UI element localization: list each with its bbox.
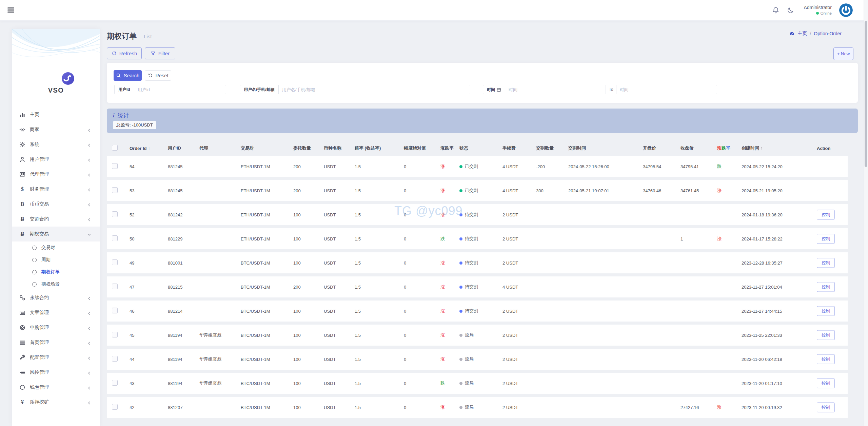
cell-settle-time: 2024-05-22 15:26:00 xyxy=(568,164,609,169)
sidebar-subitem-1[interactable]: 周期 xyxy=(12,254,100,266)
bullet-circle-icon xyxy=(32,258,37,262)
sidebar-item-11[interactable]: 申购管理 xyxy=(12,320,100,335)
sidebar-item-16[interactable]: ¥ 质押挖矿 xyxy=(12,395,100,410)
header-created[interactable]: 创建时间↑ xyxy=(742,145,763,151)
row-checkbox[interactable] xyxy=(112,163,118,169)
row-checkbox[interactable] xyxy=(112,356,118,362)
sidebar-item-10[interactable]: 文章管理 xyxy=(12,305,100,320)
control-button[interactable]: 控制 xyxy=(817,403,835,412)
breadcrumb-home[interactable]: 主页 xyxy=(797,31,807,37)
table-row-53: 53881245ETH/USDT-1M200USDT1.50涨已交割4 USDT… xyxy=(107,180,848,201)
row-checkbox[interactable] xyxy=(112,235,118,241)
cell-odds: 1.5 xyxy=(355,405,361,410)
refresh-button[interactable]: Refresh xyxy=(107,47,142,59)
cell-fee: 2 USDT xyxy=(502,236,518,241)
sidebar-item-6[interactable]: B 币币交易 xyxy=(12,197,100,212)
sidebar-subitem-label: 期权场景 xyxy=(41,281,60,287)
cell-action: 控制 xyxy=(817,354,835,364)
sidebar-item-7[interactable]: Ƀ 交割合约 xyxy=(12,212,100,227)
user-name-field: 用户名/手机/邮箱 xyxy=(240,85,470,94)
sidebar-item-14[interactable]: 风控管理 xyxy=(12,365,100,380)
row-checkbox[interactable] xyxy=(112,404,118,410)
sidebar-item-5[interactable]: $ 财务管理 xyxy=(12,182,100,197)
dark-mode-moon-icon[interactable] xyxy=(787,6,794,14)
sidebar-item-4[interactable]: 代理管理 xyxy=(12,167,100,182)
cell-created: 2024-05-22 15:24:20 xyxy=(742,164,783,169)
user-id-input[interactable] xyxy=(134,85,226,94)
user-name-input[interactable] xyxy=(279,85,470,94)
select-all-checkbox[interactable] xyxy=(112,145,118,151)
sidebar-item-label: 财务管理 xyxy=(30,186,49,192)
filter-button[interactable]: Filter xyxy=(145,47,175,59)
chevron-left-icon xyxy=(87,341,91,345)
header-order-id[interactable]: Order Id↑ xyxy=(130,146,150,151)
chevron-left-icon xyxy=(87,172,91,176)
sidebar-item-12[interactable]: 首页管理 xyxy=(12,335,100,350)
control-button[interactable]: 控制 xyxy=(817,379,835,388)
sidebar-item-13[interactable]: 配置管理 xyxy=(12,350,100,365)
time-to-input[interactable] xyxy=(616,85,717,94)
cell-result: 涨 xyxy=(717,236,722,242)
new-button[interactable]: + New xyxy=(833,47,853,60)
table-row-44: 44881194华昇组丧彪BTC/USDT-1M100USDT1.50涨流局2 … xyxy=(107,349,848,370)
cell-direction: 跌 xyxy=(440,380,445,386)
sidebar-wave-decoration xyxy=(12,29,100,71)
control-button[interactable]: 控制 xyxy=(817,354,835,364)
chevron-left-icon xyxy=(87,217,91,221)
cell-action: 控制 xyxy=(817,379,835,388)
sidebar-item-0[interactable]: 主页 xyxy=(12,107,100,122)
control-button[interactable]: 控制 xyxy=(817,330,835,340)
control-button[interactable]: 控制 xyxy=(817,210,835,220)
status-dot xyxy=(459,286,462,289)
notifications-bell-icon[interactable] xyxy=(772,6,780,14)
row-checkbox[interactable] xyxy=(112,332,118,337)
cell-amount: 200 xyxy=(293,285,301,290)
sidebar-item-8[interactable]: Ƀ 期权交易 xyxy=(12,227,100,241)
sidebar-subitem-label: 周期 xyxy=(41,257,51,263)
sidebar-subitem-2[interactable]: 期权订单 xyxy=(12,266,100,278)
cell-fee: 2 USDT xyxy=(502,333,518,338)
row-checkbox[interactable] xyxy=(112,308,118,313)
row-checkbox[interactable] xyxy=(112,380,118,386)
search-button[interactable]: Search xyxy=(114,70,142,81)
page: Administrator Online xyxy=(0,0,868,426)
page-scrollbar[interactable] xyxy=(864,0,868,426)
cell-amount: 100 xyxy=(293,381,301,386)
row-checkbox[interactable] xyxy=(112,211,118,217)
control-button[interactable]: 控制 xyxy=(817,282,835,292)
user-info[interactable]: Administrator Online xyxy=(804,5,832,16)
cell-checkbox xyxy=(112,332,118,338)
sidebar-toggle-icon[interactable] xyxy=(7,7,14,13)
user-id-field: 用户Id xyxy=(114,85,226,94)
breadcrumb-current[interactable]: Option-Order xyxy=(814,31,842,36)
control-button[interactable]: 控制 xyxy=(817,306,835,316)
sidebar-item-3[interactable]: 用户管理 xyxy=(12,152,100,167)
gear-icon xyxy=(19,141,25,148)
control-button[interactable]: 控制 xyxy=(817,258,835,268)
cell-close-price: 1 xyxy=(680,236,683,241)
scrollbar-thumb[interactable] xyxy=(865,21,867,167)
cell-status: 待交割 xyxy=(459,284,478,290)
row-checkbox[interactable] xyxy=(112,284,118,289)
chevron-left-icon xyxy=(87,311,91,315)
sidebar-subitem-3[interactable]: 期权场景 xyxy=(12,278,100,290)
reset-button[interactable]: Reset xyxy=(145,70,171,81)
sidebar-item-2[interactable]: 系统 xyxy=(12,137,100,152)
cell-amplitude: 0 xyxy=(404,188,406,193)
sidebar-item-9[interactable]: 永续合约 xyxy=(12,290,100,305)
cell-odds: 1.5 xyxy=(355,260,361,266)
control-button[interactable]: 控制 xyxy=(817,234,835,244)
cell-coin: USDT xyxy=(324,381,336,386)
row-checkbox[interactable] xyxy=(112,259,118,265)
header-pair: 交易对 xyxy=(241,145,254,151)
sidebar-item-1[interactable]: 商家 xyxy=(12,122,100,137)
sidebar-subitem-0[interactable]: 交易对 xyxy=(12,241,100,254)
user-avatar[interactable] xyxy=(839,3,853,17)
row-checkbox[interactable] xyxy=(112,187,118,193)
menu-lines-icon xyxy=(19,340,25,346)
bitcoin-icon: Ƀ xyxy=(19,216,25,222)
status-dot xyxy=(459,189,462,192)
sidebar-item-label: 首页管理 xyxy=(30,340,49,346)
time-from-input[interactable] xyxy=(505,85,606,94)
sidebar-item-15[interactable]: 钱包管理 xyxy=(12,380,100,395)
